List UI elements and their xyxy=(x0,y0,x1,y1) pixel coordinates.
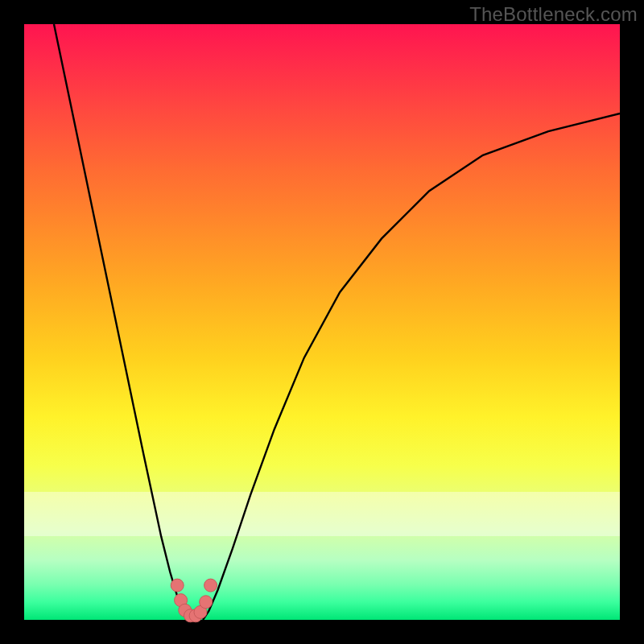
bottleneck-curve xyxy=(24,24,620,620)
chart-frame: TheBottleneck.com xyxy=(0,0,644,644)
curve-right-branch xyxy=(203,114,620,620)
watermark-text: TheBottleneck.com xyxy=(469,3,638,26)
svg-point-0 xyxy=(171,579,184,592)
plot-area xyxy=(24,24,620,620)
bottleneck-markers xyxy=(171,579,217,622)
curve-left-branch xyxy=(54,24,191,620)
svg-point-7 xyxy=(204,579,217,592)
svg-point-6 xyxy=(200,596,213,609)
